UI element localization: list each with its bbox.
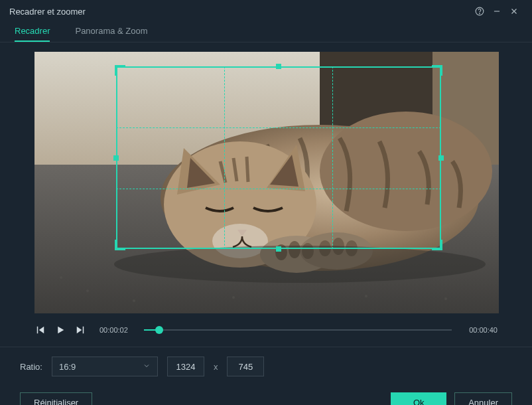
height-input[interactable]: 745 <box>227 357 264 376</box>
help-icon <box>475 7 484 16</box>
svg-point-25 <box>365 295 367 297</box>
width-input[interactable]: 1324 <box>167 357 204 376</box>
svg-rect-28 <box>37 327 38 334</box>
preview-viewport[interactable] <box>34 52 499 313</box>
prev-frame-icon <box>34 324 46 336</box>
cancel-button[interactable]: Annuler <box>454 392 512 405</box>
playback-bar: 00:00:02 00:00:40 <box>0 313 532 340</box>
crop-rectangle[interactable] <box>116 66 441 250</box>
crop-handle-bl[interactable] <box>115 240 125 250</box>
next-frame-button[interactable] <box>74 324 86 336</box>
svg-point-27 <box>60 276 62 279</box>
seek-slider[interactable] <box>144 325 452 335</box>
minimize-icon <box>492 7 501 16</box>
svg-point-1 <box>480 13 480 14</box>
crop-handle-top[interactable] <box>276 64 281 69</box>
tab-bar: Recadrer Panorama & Zoom <box>0 23 532 42</box>
chevron-down-icon <box>143 362 151 372</box>
svg-point-22 <box>86 289 89 292</box>
svg-point-23 <box>133 299 135 302</box>
ratio-label: Ratio: <box>20 362 42 372</box>
svg-point-24 <box>232 296 235 299</box>
footer: Réinitialiser Ok Annuler <box>0 386 532 405</box>
dimension-separator: x <box>214 362 218 372</box>
crop-handle-left[interactable] <box>113 155 119 161</box>
svg-point-26 <box>444 297 447 300</box>
close-button[interactable] <box>505 3 523 20</box>
close-icon <box>509 7 519 16</box>
play-button[interactable] <box>54 324 66 336</box>
play-icon <box>54 324 66 336</box>
total-time: 00:00:40 <box>469 326 498 334</box>
ok-button[interactable]: Ok <box>391 392 446 405</box>
prev-frame-button[interactable] <box>34 324 46 336</box>
current-time: 00:00:02 <box>100 326 128 334</box>
help-button[interactable] <box>471 3 488 20</box>
ratio-select[interactable]: 16:9 <box>52 357 158 376</box>
crop-handle-br[interactable] <box>432 240 442 250</box>
tab-recadrer[interactable]: Recadrer <box>15 26 50 42</box>
window-title: Recadrer et zoomer <box>9 7 86 17</box>
ratio-row: Ratio: 16:9 1324 x 745 <box>0 347 532 386</box>
reset-button[interactable]: Réinitialiser <box>20 392 92 405</box>
seek-thumb[interactable] <box>155 326 163 334</box>
svg-rect-29 <box>83 327 84 334</box>
crop-handle-right[interactable] <box>438 155 444 161</box>
ratio-value: 16:9 <box>59 362 76 372</box>
crop-handle-tl[interactable] <box>115 65 125 76</box>
next-frame-icon <box>74 324 86 336</box>
svg-point-21 <box>114 246 486 283</box>
titlebar: Recadrer et zoomer <box>0 0 532 23</box>
crop-handle-bottom[interactable] <box>276 246 281 252</box>
tab-panorama-zoom[interactable]: Panorama & Zoom <box>75 26 147 42</box>
crop-handle-tr[interactable] <box>432 65 442 76</box>
minimize-button[interactable] <box>488 3 505 20</box>
